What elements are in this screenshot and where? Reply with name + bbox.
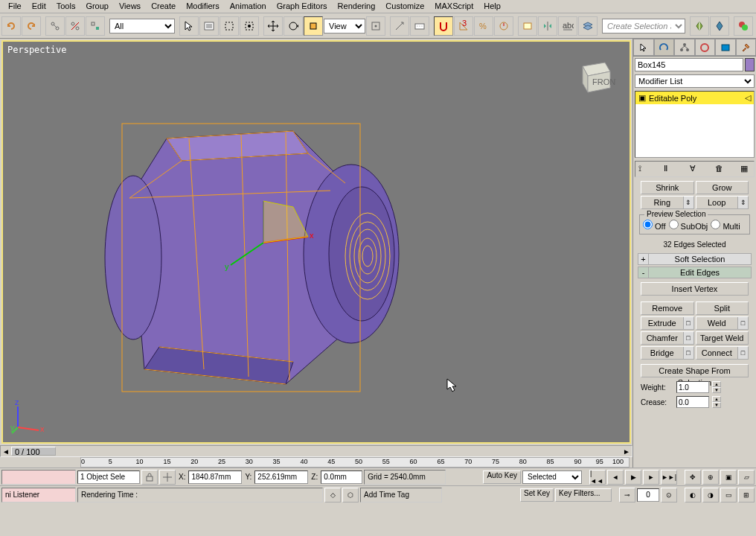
crease-field[interactable]: [676, 396, 709, 408]
goto-end-button[interactable]: ►►|: [661, 470, 677, 485]
preview-multi-radio[interactable]: Multi: [711, 220, 740, 231]
isolate-button[interactable]: ◇: [324, 488, 341, 502]
schematic-view-button[interactable]: [710, 16, 729, 36]
select-object-button[interactable]: [179, 16, 199, 36]
spinner-snap-button[interactable]: [494, 16, 513, 36]
menu-help[interactable]: Help: [478, 1, 506, 11]
mirror-button[interactable]: [538, 16, 557, 36]
connect-button[interactable]: Connect□: [696, 346, 749, 360]
walk-through-button[interactable]: ◑: [702, 488, 719, 502]
next-frame-button[interactable]: ►: [643, 470, 659, 485]
weight-field[interactable]: [676, 381, 709, 393]
scale-button[interactable]: [304, 16, 323, 36]
make-unique-button[interactable]: ∀: [690, 164, 700, 174]
grow-button[interactable]: Grow: [696, 181, 749, 194]
stack-item-editable-poly[interactable]: ▣ Editable Poly ◁: [635, 92, 754, 104]
current-frame-field[interactable]: 0: [637, 488, 659, 502]
tab-motion[interactable]: [695, 39, 716, 56]
pivot-button[interactable]: [366, 16, 385, 36]
set-key-button[interactable]: Set Key: [520, 488, 554, 502]
menu-file[interactable]: File: [3, 1, 27, 11]
ring-button[interactable]: Ring⇕: [641, 196, 694, 209]
preview-off-radio[interactable]: Off: [643, 220, 666, 231]
loop-button[interactable]: Loop⇕: [696, 196, 749, 209]
rotate-button[interactable]: [284, 16, 303, 36]
create-shape-button[interactable]: Create Shape From Selection: [641, 364, 749, 377]
select-by-name-button[interactable]: [199, 16, 219, 36]
shrink-button[interactable]: Shrink: [641, 181, 694, 194]
remove-modifier-button[interactable]: 🗑: [715, 164, 725, 174]
key-mode-dropdown[interactable]: Selected: [522, 470, 582, 484]
y-coord-field[interactable]: 252.619mm: [254, 470, 308, 484]
tab-modify[interactable]: [654, 39, 675, 56]
chamfer-button[interactable]: Chamfer□: [641, 331, 694, 345]
select-region-button[interactable]: [220, 16, 239, 36]
bind-button[interactable]: [86, 16, 105, 36]
abs-rel-button[interactable]: [159, 470, 176, 485]
viewport-scrollbar-h[interactable]: ◄ 0 / 100 ►: [0, 445, 632, 457]
tab-utilities[interactable]: [736, 39, 757, 56]
comm-center-button[interactable]: ⬡: [342, 488, 359, 502]
time-ruler[interactable]: 05 1015 2025 3035 4045 5055 6065 7075 80…: [80, 457, 630, 468]
zoom-view-button[interactable]: ⊕: [702, 470, 719, 485]
menu-modifiers[interactable]: Modifiers: [181, 1, 225, 11]
z-coord-field[interactable]: 0.0mm: [321, 470, 362, 484]
tab-display[interactable]: [715, 39, 736, 56]
time-tag-field[interactable]: Add Time Tag: [360, 488, 442, 502]
keyboard-shortcut-button[interactable]: [410, 16, 429, 36]
redo-button[interactable]: [22, 16, 41, 36]
menu-tools[interactable]: Tools: [51, 1, 81, 11]
angle-snap-button[interactable]: 3: [454, 16, 473, 36]
menu-animation[interactable]: Animation: [225, 1, 272, 11]
window-crossing-button[interactable]: [240, 16, 259, 36]
key-filters-button[interactable]: Key Filters...: [555, 488, 612, 502]
zoom-region-button[interactable]: ▭: [720, 488, 737, 502]
show-end-result-button[interactable]: Ⅱ: [664, 164, 674, 174]
remove-button[interactable]: Remove: [641, 302, 694, 315]
modifier-list-dropdown[interactable]: Modifier List: [635, 74, 755, 88]
selection-set-dropdown[interactable]: Create Selection Set: [602, 19, 685, 34]
goto-start-button[interactable]: |◄◄: [589, 470, 606, 485]
split-button[interactable]: Split: [696, 302, 749, 315]
ref-coord-dropdown[interactable]: View: [324, 19, 365, 34]
menu-rendering[interactable]: Rendering: [333, 1, 381, 11]
menu-graph-editors[interactable]: Graph Editors: [272, 1, 333, 11]
modifier-stack[interactable]: ▣ Editable Poly ◁: [635, 91, 755, 158]
target-weld-button[interactable]: Target Weld: [696, 331, 749, 345]
pan-view-button[interactable]: ✥: [685, 470, 701, 485]
menu-customize[interactable]: Customize: [380, 1, 429, 11]
move-button[interactable]: [263, 16, 283, 36]
align-button[interactable]: abc: [558, 16, 577, 36]
object-name-field[interactable]: [635, 58, 743, 71]
manipulate-button[interactable]: [390, 16, 409, 36]
selection-filter-dropdown[interactable]: All: [109, 19, 175, 34]
listener-box[interactable]: ni Listener: [1, 488, 76, 502]
extrude-button[interactable]: Extrude□: [641, 316, 694, 330]
layers-button[interactable]: [578, 16, 598, 36]
tab-hierarchy[interactable]: [674, 39, 695, 56]
lock-selection-button[interactable]: [141, 470, 158, 485]
insert-vertex-button[interactable]: Insert Vertex: [641, 282, 749, 296]
fov-button[interactable]: ▱: [738, 470, 755, 485]
stack-vis-icon[interactable]: ◁: [745, 93, 751, 103]
prev-frame-button[interactable]: ◄: [607, 470, 624, 485]
rollout-edit-edges[interactable]: -Edit Edges: [638, 267, 752, 278]
object-color-swatch[interactable]: [745, 58, 755, 71]
time-slider-thumb[interactable]: 0 / 100: [11, 447, 56, 456]
menu-create[interactable]: Create: [146, 1, 181, 11]
viewport-perspective[interactable]: Perspective: [1, 40, 631, 444]
menu-group[interactable]: Group: [80, 1, 114, 11]
percent-snap-button[interactable]: %: [474, 16, 493, 36]
menu-maxscript[interactable]: MAXScript: [429, 1, 478, 11]
weight-spinner[interactable]: ▲▼: [712, 381, 721, 393]
rollout-soft-selection[interactable]: +Soft Selection: [638, 253, 752, 265]
undo-button[interactable]: [1, 16, 21, 36]
tab-create[interactable]: [633, 39, 654, 56]
x-coord-field[interactable]: 1840.87mm: [188, 470, 242, 484]
unlink-button[interactable]: [65, 16, 85, 36]
zoom-extents-button[interactable]: ▣: [720, 470, 737, 485]
material-editor-button[interactable]: [734, 16, 753, 36]
menu-views[interactable]: Views: [114, 1, 146, 11]
preview-subobj-radio[interactable]: SubObj: [669, 220, 708, 231]
bridge-button[interactable]: Bridge□: [641, 346, 694, 360]
